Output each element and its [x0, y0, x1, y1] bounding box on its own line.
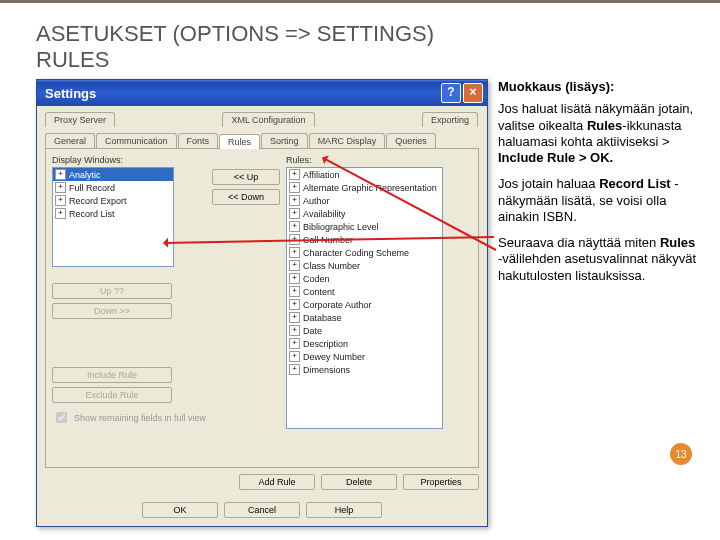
expand-icon[interactable]: + — [289, 169, 300, 180]
list-item: +Record List — [53, 207, 173, 220]
notes-paragraph: Jos jotain haluaa Record List -näkymään … — [498, 176, 700, 225]
tab-rules[interactable]: Rules — [219, 134, 260, 149]
expand-icon[interactable]: + — [289, 364, 300, 375]
rules-list[interactable]: +Affiliation+Alternate Graphic Represent… — [286, 167, 443, 429]
cancel-button[interactable]: Cancel — [224, 502, 300, 518]
tabs-row-2: General Communication Fonts Rules Sortin… — [37, 127, 487, 148]
exclude-rule-button[interactable]: Exclude Rule — [52, 387, 172, 403]
list-item[interactable]: +Corporate Author — [287, 298, 442, 311]
expand-icon[interactable]: + — [289, 208, 300, 219]
expand-icon[interactable]: + — [55, 169, 66, 180]
list-item[interactable]: +Author — [287, 194, 442, 207]
list-item[interactable]: +Bibliographic Level — [287, 220, 442, 233]
tab-communication[interactable]: Communication — [96, 133, 177, 148]
expand-icon[interactable]: + — [289, 273, 300, 284]
move-up-button[interactable]: << Up — [212, 169, 280, 185]
settings-dialog: Settings ? × Proxy Server XML Configurat… — [36, 79, 488, 527]
expand-icon[interactable]: + — [289, 325, 300, 336]
up-button[interactable]: Up ?? — [52, 283, 172, 299]
show-remaining-check[interactable]: Show remaining fields in full view — [52, 409, 206, 426]
expand-icon[interactable]: + — [289, 247, 300, 258]
include-rule-button[interactable]: Include Rule — [52, 367, 172, 383]
expand-icon[interactable]: + — [55, 182, 66, 193]
tab-queries[interactable]: Queries — [386, 133, 436, 148]
tab-proxy[interactable]: Proxy Server — [45, 112, 115, 127]
tab-general[interactable]: General — [45, 133, 95, 148]
list-item[interactable]: +Dewey Number — [287, 350, 442, 363]
down-button[interactable]: Down >> — [52, 303, 172, 319]
delete-button[interactable]: Delete — [321, 474, 397, 490]
rules-label: Rules: — [286, 155, 443, 165]
notes-paragraph: Seuraava dia näyttää miten Rules -välile… — [498, 235, 700, 284]
properties-button[interactable]: Properties — [403, 474, 479, 490]
expand-icon[interactable]: + — [289, 221, 300, 232]
help-icon[interactable]: ? — [441, 83, 461, 103]
ok-button[interactable]: OK — [142, 502, 218, 518]
expand-icon[interactable]: + — [289, 286, 300, 297]
list-item[interactable]: +Coden — [287, 272, 442, 285]
expand-icon[interactable]: + — [55, 195, 66, 206]
expand-icon[interactable]: + — [289, 312, 300, 323]
expand-icon[interactable]: + — [289, 182, 300, 193]
help-button[interactable]: Help — [306, 502, 382, 518]
list-item[interactable]: +Class Number — [287, 259, 442, 272]
list-item[interactable]: +Date — [287, 324, 442, 337]
notes-paragraph: Jos haluat lisätä näkymään jotain, valit… — [498, 101, 700, 166]
expand-icon[interactable]: + — [289, 338, 300, 349]
list-item[interactable]: +Character Coding Scheme — [287, 246, 442, 259]
dialog-title: Settings — [45, 86, 96, 101]
close-icon[interactable]: × — [463, 83, 483, 103]
list-item: +Full Record — [53, 181, 173, 194]
list-item[interactable]: +Content — [287, 285, 442, 298]
slide-title: ASETUKSET (OPTIONS => SETTINGS) RULES — [36, 21, 700, 73]
list-item: +Record Export — [53, 194, 173, 207]
expand-icon[interactable]: + — [289, 195, 300, 206]
tabs-row-1: Proxy Server XML Configuration Exporting — [37, 106, 487, 127]
page-number-badge: 13 — [670, 443, 692, 465]
add-rule-button[interactable]: Add Rule — [239, 474, 315, 490]
expand-icon[interactable]: + — [289, 260, 300, 271]
expand-icon[interactable]: + — [289, 351, 300, 362]
list-item[interactable]: +Description — [287, 337, 442, 350]
move-down-button[interactable]: << Down — [212, 189, 280, 205]
list-item[interactable]: +Alternate Graphic Representation — [287, 181, 442, 194]
expand-icon[interactable]: + — [55, 208, 66, 219]
list-item[interactable]: +Dimensions — [287, 363, 442, 376]
list-item: +Analytic — [53, 168, 173, 181]
list-item[interactable]: +Database — [287, 311, 442, 324]
checkbox-icon[interactable] — [56, 412, 67, 423]
dialog-titlebar[interactable]: Settings ? × — [37, 80, 487, 106]
tab-fonts[interactable]: Fonts — [178, 133, 219, 148]
notes-heading: Muokkaus (lisäys): — [498, 79, 700, 95]
tab-exporting[interactable]: Exporting — [422, 112, 478, 127]
tab-xml[interactable]: XML Configuration — [222, 112, 314, 127]
display-windows-list[interactable]: +Analytic +Full Record +Record Export +R… — [52, 167, 174, 267]
notes-pane: Muokkaus (lisäys): Jos haluat lisätä näk… — [498, 79, 700, 527]
display-windows-label: Display Windows: — [52, 155, 206, 165]
tab-sorting[interactable]: Sorting — [261, 133, 308, 148]
tab-marc[interactable]: MARC Display — [309, 133, 386, 148]
expand-icon[interactable]: + — [289, 299, 300, 310]
